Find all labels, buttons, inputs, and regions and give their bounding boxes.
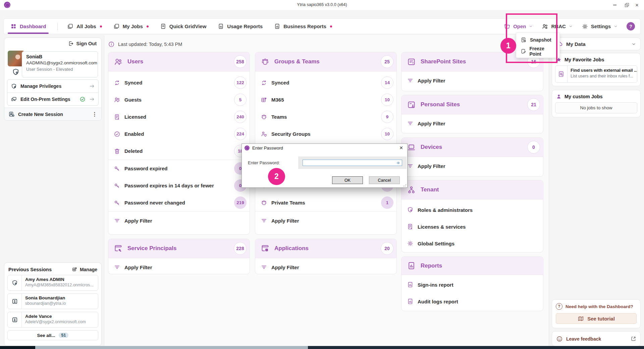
users-card: Users 258 Synced 122 Guests 5 Licensed 2… — [108, 52, 250, 235]
settings-button[interactable]: Settings — [582, 23, 618, 30]
tab-dashboard[interactable]: Dashboard — [10, 19, 46, 34]
help-icon[interactable] — [627, 22, 635, 31]
manage-sessions-button[interactable]: Manage — [72, 267, 97, 272]
applications-header[interactable]: Applications 20 — [255, 239, 396, 258]
user-email: AADMIN1@sygx2.onmicrosoft.com — [26, 60, 94, 65]
tab-all-jobs[interactable]: All Jobs — [67, 19, 102, 34]
enabled-check-icon — [114, 131, 120, 137]
my-data-header[interactable]: My Data — [552, 38, 641, 50]
ok-button[interactable]: OK — [332, 176, 363, 184]
reports-card: Reports Sign-ins report Audit logs repor… — [401, 256, 543, 311]
pop-out-icon[interactable] — [631, 336, 636, 342]
stat-row-enabled[interactable]: Enabled 224 — [108, 125, 250, 142]
teams-icon — [261, 114, 267, 120]
groups-card-header[interactable]: Groups & Teams 25 — [255, 52, 396, 71]
personal-sites-header[interactable]: Personal Sites 21 — [401, 95, 543, 114]
count-badge: 228 — [234, 242, 247, 255]
question-icon — [556, 303, 562, 310]
tenant-header[interactable]: Tenant — [401, 180, 543, 199]
stat-row-deleted[interactable]: Deleted 18 — [108, 142, 250, 160]
apply-filter-button[interactable]: Apply Filter — [401, 157, 543, 175]
stat-row-m365[interactable]: M365 10 — [255, 91, 396, 108]
sync-icon — [261, 79, 267, 86]
count-badge: 1 — [381, 196, 393, 209]
chevron-down-icon[interactable] — [631, 42, 636, 47]
sign-out-icon — [68, 41, 74, 47]
apply-filter-button[interactable]: Apply Filter — [108, 258, 250, 276]
global-settings-link[interactable]: Global Settings — [401, 235, 543, 252]
apply-filter-button[interactable]: Apply Filter — [401, 114, 543, 132]
filter-icon — [407, 120, 414, 127]
resize-grip[interactable] — [403, 183, 407, 187]
apply-filter-button[interactable]: Apply Filter — [255, 212, 396, 230]
session-type: User Session - Elevated — [26, 67, 94, 72]
see-all-button[interactable]: See all... 51 — [7, 330, 98, 340]
reports-header[interactable]: Reports — [401, 257, 543, 275]
notification-dot — [147, 25, 149, 27]
person-badge-icon — [11, 316, 18, 323]
session-info: SoniaB AADMIN1@sygx2.onmicrosoft.com Use… — [22, 51, 98, 77]
filter-icon — [407, 77, 414, 84]
stat-row-private-teams[interactable]: Private Teams 1 — [255, 194, 396, 211]
audit-logs-report-link[interactable]: Audit logs report — [401, 293, 543, 310]
tab-my-jobs[interactable]: My Jobs — [113, 19, 149, 34]
minimize-icon[interactable] — [612, 2, 618, 8]
stat-row-password-expired[interactable]: Password expired 0 — [108, 160, 250, 177]
shield-check-icon — [11, 280, 18, 286]
count-badge: 122 — [234, 76, 247, 89]
service-principals-card: Service Principals 228 Apply Filter — [108, 239, 250, 274]
manage-privileges-button[interactable]: Manage Privileges — [7, 80, 98, 93]
count-badge: 21 — [527, 98, 540, 111]
stat-row-security-groups[interactable]: Security Groups 10 — [255, 125, 396, 142]
roles-administrators-link[interactable]: Roles & administrators — [401, 201, 543, 218]
dialog-close-icon[interactable] — [398, 145, 405, 151]
apply-filter-button[interactable]: Apply Filter — [255, 258, 396, 276]
licenses-services-link[interactable]: Licenses & services — [401, 218, 543, 235]
devices-header[interactable]: Devices 0 — [401, 138, 543, 157]
all-jobs-icon — [67, 23, 73, 30]
close-icon[interactable] — [634, 2, 640, 8]
eye-icon[interactable] — [396, 160, 402, 166]
session-list-item[interactable]: Adele Vance AdeleV@sygx2.onmicrosoft.com — [7, 312, 98, 328]
password-input[interactable] — [303, 160, 396, 165]
session-list-item[interactable]: Sonia Bounardjian sbounardjian@ytria.io — [7, 293, 98, 309]
apply-filter-button[interactable]: Apply Filter — [401, 71, 543, 90]
users-card-header[interactable]: Users 258 — [108, 52, 250, 71]
count-badge: 240 — [234, 111, 247, 123]
edit-onprem-button[interactable]: Edit On-Prem Settings — [7, 93, 98, 105]
kebab-menu-icon[interactable] — [92, 111, 97, 117]
stat-row-teams[interactable]: Teams 9 — [255, 108, 396, 125]
devices-card: Devices 0 Apply Filter — [401, 137, 543, 177]
sign-out-button[interactable]: Sign Out — [68, 41, 97, 47]
report-doc-icon — [407, 281, 414, 288]
stat-row-guests[interactable]: Guests 5 — [108, 91, 250, 108]
restore-icon[interactable] — [623, 2, 629, 8]
apply-filter-button[interactable]: Apply Filter — [108, 212, 250, 230]
filter-icon — [114, 217, 120, 224]
see-tutorial-button[interactable]: See tutorial — [556, 313, 637, 324]
service-principals-header[interactable]: Service Principals 228 — [108, 239, 250, 258]
stat-row-password-expires-soon[interactable]: Password expires in 14 days or fewer 0 — [108, 177, 250, 194]
cancel-button[interactable]: Cancel — [369, 176, 400, 184]
gear-icon — [407, 240, 414, 247]
create-new-session-button[interactable]: Create New Session — [4, 108, 101, 120]
reports-icon — [407, 261, 416, 270]
leave-feedback-button[interactable]: Leave feedback — [552, 331, 641, 346]
chevron-down-icon — [569, 24, 573, 28]
dashboard-icon — [10, 23, 17, 30]
annotation-step-2: 2 — [268, 168, 285, 185]
session-list-item[interactable]: Amy Ames ADMIN AmyA@M365x85832012.onmicr… — [7, 275, 98, 291]
stat-row-synced[interactable]: Synced 122 — [108, 74, 250, 91]
count-badge: 9 — [381, 111, 393, 123]
personal-sites-card: Personal Sites 21 Apply Filter — [401, 95, 543, 133]
licenses-icon — [407, 223, 414, 230]
stat-row-synced[interactable]: Synced 14 — [255, 74, 396, 91]
shield-lock-icon — [11, 83, 17, 90]
tab-usage-reports[interactable]: Usage Reports — [218, 19, 263, 34]
favorite-job-item[interactable]: Find users with external email ... List … — [555, 65, 637, 83]
tab-business-reports[interactable]: Business Reports — [274, 19, 332, 34]
tab-quick-gridview[interactable]: Quick GridView — [160, 19, 207, 34]
stat-row-password-never-changed[interactable]: Password never changed 219 — [108, 194, 250, 211]
stat-row-licensed[interactable]: Licensed 240 — [108, 108, 250, 125]
sign-ins-report-link[interactable]: Sign-ins report — [401, 276, 543, 293]
